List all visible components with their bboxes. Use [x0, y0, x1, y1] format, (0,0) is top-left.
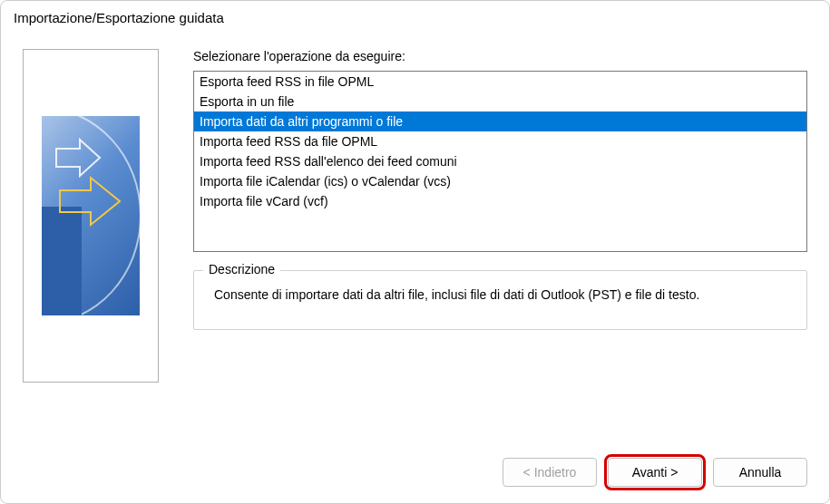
wizard-dialog: Importazione/Esportazione guidata Selezi… [0, 0, 830, 504]
action-option[interactable]: Importa dati da altri programmi o file [194, 111, 806, 131]
action-option[interactable]: Importa feed RSS da file OPML [194, 131, 806, 151]
description-legend: Descrizione [203, 262, 280, 276]
action-option[interactable]: Importa feed RSS dall'elenco dei feed co… [194, 151, 806, 171]
description-text: Consente di importare dati da altri file… [207, 287, 794, 302]
back-button[interactable]: < Indietro [503, 458, 597, 487]
action-option[interactable]: Esporta feed RSS in file OPML [194, 72, 806, 92]
cancel-button[interactable]: Annulla [713, 458, 807, 487]
next-button[interactable]: Avanti > [608, 458, 702, 487]
action-option[interactable]: Importa file vCard (vcf) [194, 191, 806, 211]
main-pane: Selezionare l'operazione da eseguire: Es… [193, 49, 807, 436]
action-option[interactable]: Esporta in un file [194, 92, 806, 111]
window-title: Importazione/Esportazione guidata [1, 1, 829, 31]
instruction-label: Selezionare l'operazione da eseguire: [193, 49, 807, 63]
action-option[interactable]: Importa file iCalendar (ics) o vCalendar… [194, 171, 806, 191]
description-group: Descrizione Consente di importare dati d… [193, 270, 807, 330]
wizard-image-frame [23, 49, 159, 383]
action-listbox[interactable]: Esporta feed RSS in file OPMLEsporta in … [193, 71, 807, 252]
wizard-arrows-graphic [42, 116, 140, 315]
button-row: < Indietro Avanti > Annulla [1, 445, 829, 503]
content-area: Selezionare l'operazione da eseguire: Es… [1, 31, 829, 445]
wizard-banner-pane [23, 49, 168, 436]
